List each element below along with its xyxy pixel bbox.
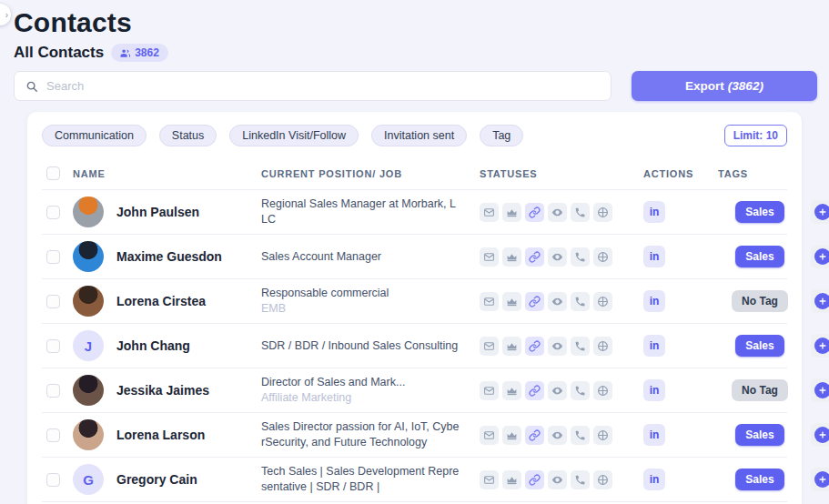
row-checkbox[interactable]	[46, 428, 60, 442]
actions-cell: in	[643, 246, 709, 267]
email-icon[interactable]	[480, 426, 499, 445]
filter-chip[interactable]: Tag	[480, 125, 523, 146]
row-checkbox[interactable]	[46, 250, 60, 264]
linkedin-icon[interactable]: in	[643, 424, 665, 446]
search-input[interactable]	[46, 79, 600, 93]
crown-icon[interactable]	[502, 247, 521, 267]
row-checkbox[interactable]	[46, 473, 60, 487]
email-icon[interactable]	[480, 203, 499, 222]
tag-badge[interactable]: No Tag	[732, 290, 788, 312]
eye-icon[interactable]	[548, 337, 567, 356]
email-icon[interactable]	[480, 337, 499, 356]
actions-cell: in	[643, 201, 709, 223]
tag-badge[interactable]: Sales	[735, 246, 784, 267]
contact-name[interactable]: Gregory Cain	[116, 472, 197, 487]
row-checkbox[interactable]	[46, 295, 60, 308]
phone-icon[interactable]	[571, 247, 590, 267]
phone-icon[interactable]	[571, 470, 590, 489]
contact-name[interactable]: Lorena Cirstea	[116, 294, 206, 308]
phone-icon[interactable]	[571, 381, 590, 400]
avatar[interactable]	[73, 375, 104, 406]
filter-chip[interactable]: Status	[159, 125, 217, 146]
crown-icon[interactable]	[502, 337, 521, 356]
avatar[interactable]: J	[73, 330, 104, 361]
export-button[interactable]: Export (3862)	[632, 71, 817, 101]
contact-name[interactable]: John Paulsen	[116, 205, 199, 219]
filter-chip[interactable]: Communication	[42, 125, 147, 146]
linkedin-icon[interactable]: in	[643, 379, 665, 401]
contact-name[interactable]: Jessika Jaimes	[116, 383, 209, 398]
link-icon[interactable]	[525, 337, 544, 356]
link-icon[interactable]	[525, 203, 544, 222]
crown-icon[interactable]	[502, 381, 521, 400]
add-tag-button[interactable]	[811, 245, 829, 268]
search-box[interactable]	[14, 71, 612, 101]
link-icon[interactable]	[525, 292, 544, 311]
globe-icon[interactable]	[593, 426, 612, 445]
phone-icon[interactable]	[571, 292, 590, 311]
avatar[interactable]	[73, 286, 104, 317]
linkedin-icon[interactable]: in	[643, 469, 665, 490]
link-icon[interactable]	[525, 470, 544, 489]
avatar[interactable]	[73, 241, 104, 272]
email-icon[interactable]	[480, 247, 499, 267]
eye-icon[interactable]	[548, 470, 567, 489]
tag-badge[interactable]: Sales	[735, 469, 784, 490]
row-checkbox[interactable]	[46, 206, 60, 219]
plus-cell	[811, 378, 829, 402]
contact-name[interactable]: Lorena Larson	[116, 428, 205, 442]
eye-icon[interactable]	[548, 292, 567, 311]
crown-icon[interactable]	[502, 292, 521, 311]
add-tag-button[interactable]	[811, 334, 829, 358]
crown-icon[interactable]	[502, 470, 521, 489]
filter-chip[interactable]: Invitation sent	[371, 125, 467, 146]
eye-icon[interactable]	[548, 426, 567, 445]
add-tag-button[interactable]	[811, 468, 829, 491]
tag-badge[interactable]: Sales	[735, 201, 784, 223]
linkedin-icon[interactable]: in	[643, 290, 665, 312]
linkedin-icon[interactable]: in	[643, 201, 665, 223]
add-tag-button[interactable]	[811, 423, 829, 447]
globe-icon[interactable]	[593, 247, 612, 267]
globe-icon[interactable]	[593, 292, 612, 311]
phone-icon[interactable]	[571, 337, 590, 356]
crown-icon[interactable]	[502, 426, 521, 445]
table-row: J John Chang SDR / BDR / Inbound Sales C…	[42, 324, 787, 368]
select-all-checkbox[interactable]	[46, 166, 60, 180]
phone-icon[interactable]	[571, 203, 590, 222]
limit-button[interactable]: Limit: 10	[724, 125, 787, 146]
email-icon[interactable]	[480, 381, 499, 400]
email-icon[interactable]	[480, 470, 499, 489]
tag-badge[interactable]: Sales	[735, 335, 784, 357]
row-checkbox[interactable]	[46, 339, 60, 353]
globe-icon[interactable]	[593, 381, 612, 400]
link-icon[interactable]	[525, 247, 544, 267]
link-icon[interactable]	[525, 426, 544, 445]
contact-name[interactable]: John Chang	[116, 338, 190, 353]
eye-icon[interactable]	[548, 247, 567, 267]
linkedin-icon[interactable]: in	[643, 335, 665, 357]
tags-cell: Sales	[709, 469, 811, 490]
avatar[interactable]	[73, 197, 104, 227]
eye-icon[interactable]	[548, 203, 567, 222]
avatar[interactable]	[73, 419, 104, 450]
add-tag-button[interactable]	[811, 200, 829, 224]
globe-icon[interactable]	[593, 337, 612, 356]
eye-icon[interactable]	[548, 381, 567, 400]
avatar[interactable]: G	[73, 464, 104, 495]
globe-icon[interactable]	[593, 470, 612, 489]
tag-badge[interactable]: Sales	[735, 424, 784, 446]
tag-badge[interactable]: No Tag	[732, 379, 788, 401]
column-header-statuses: Statuses	[480, 168, 643, 179]
row-checkbox[interactable]	[46, 384, 60, 398]
email-icon[interactable]	[480, 292, 499, 311]
contact-name[interactable]: Maxime Guesdon	[116, 249, 222, 264]
filter-chip[interactable]: LinkedIn Visit/Follow	[229, 125, 359, 146]
phone-icon[interactable]	[571, 426, 590, 445]
link-icon[interactable]	[525, 381, 544, 400]
linkedin-icon[interactable]: in	[643, 246, 665, 267]
crown-icon[interactable]	[502, 203, 521, 222]
add-tag-button[interactable]	[811, 378, 829, 402]
add-tag-button[interactable]	[811, 289, 829, 313]
globe-icon[interactable]	[593, 203, 612, 222]
